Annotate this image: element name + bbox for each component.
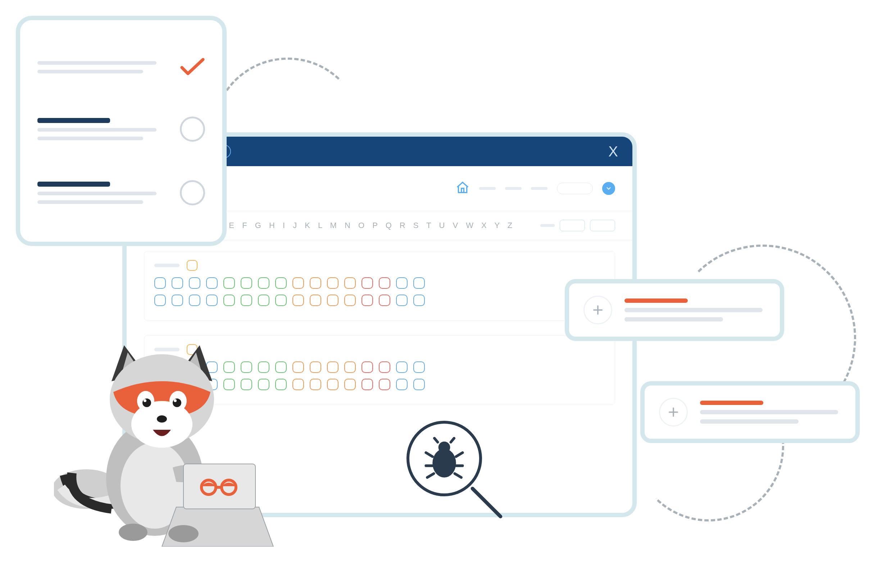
chip[interactable] (258, 277, 269, 289)
close-icon[interactable]: X (608, 144, 618, 160)
group-chip[interactable] (187, 260, 197, 271)
text-stub (38, 200, 143, 204)
chip[interactable] (396, 294, 408, 306)
chip[interactable] (396, 277, 408, 289)
text-stub (700, 400, 763, 405)
chip[interactable] (379, 379, 390, 390)
chip[interactable] (293, 362, 304, 373)
chip[interactable] (344, 362, 356, 373)
chip[interactable] (362, 294, 373, 306)
top-nav (455, 180, 615, 196)
chip[interactable] (275, 277, 287, 289)
filter-button[interactable] (590, 220, 615, 231)
text-stub (38, 182, 110, 187)
checklist-item[interactable] (38, 117, 205, 142)
check-icon (180, 57, 205, 78)
svg-rect-0 (461, 189, 464, 193)
checklist-item[interactable] (38, 57, 205, 78)
checklist-card (16, 16, 227, 246)
chip[interactable] (206, 294, 218, 306)
item-group (144, 251, 615, 321)
chevron-down-icon[interactable] (602, 182, 615, 195)
chip[interactable] (206, 277, 218, 289)
chip[interactable] (310, 379, 321, 390)
chip[interactable] (171, 294, 183, 306)
filter-stub (540, 224, 555, 227)
chip[interactable] (327, 277, 338, 289)
text-stub (625, 308, 763, 312)
svg-point-2 (438, 442, 451, 453)
text-stub (625, 317, 723, 321)
chip-row (154, 277, 605, 289)
chip[interactable] (413, 362, 425, 373)
popup-card (640, 381, 860, 443)
chip[interactable] (189, 294, 200, 306)
chip[interactable] (344, 379, 356, 390)
svg-point-11 (173, 399, 181, 407)
text-stub (700, 410, 838, 414)
chip[interactable] (362, 362, 373, 373)
svg-point-13 (174, 399, 177, 402)
nav-stub[interactable] (531, 187, 548, 190)
chip[interactable] (327, 379, 338, 390)
chip[interactable] (344, 277, 356, 289)
chip[interactable] (224, 277, 235, 289)
chip[interactable] (258, 294, 269, 306)
chip[interactable] (327, 362, 338, 373)
chip[interactable] (189, 277, 200, 289)
text-stub (700, 419, 799, 424)
svg-point-12 (144, 399, 146, 402)
chip[interactable] (154, 294, 166, 306)
chip[interactable] (275, 294, 287, 306)
chip[interactable] (310, 294, 321, 306)
popup-card (565, 279, 784, 341)
chip[interactable] (396, 362, 408, 373)
nav-stub[interactable] (505, 187, 522, 190)
checklist-item[interactable] (38, 180, 205, 206)
chip[interactable] (396, 379, 408, 390)
text-stub (625, 298, 688, 303)
chip[interactable] (413, 277, 425, 289)
plus-icon[interactable] (659, 398, 688, 426)
chip[interactable] (293, 294, 304, 306)
home-icon[interactable] (455, 180, 470, 196)
svg-point-19 (168, 525, 198, 542)
svg-point-14 (157, 416, 167, 423)
text-stub (38, 118, 110, 123)
chip[interactable] (413, 294, 425, 306)
radio-unchecked-icon (180, 180, 205, 206)
chip[interactable] (241, 294, 252, 306)
chip[interactable] (224, 294, 235, 306)
chip[interactable] (344, 294, 356, 306)
chip[interactable] (362, 277, 373, 289)
chip[interactable] (293, 379, 304, 390)
text-stub (38, 128, 156, 132)
bug-magnifier-icon (407, 421, 482, 496)
plus-icon[interactable] (583, 296, 612, 324)
text-stub (38, 61, 156, 65)
text-stub (38, 136, 143, 140)
chip[interactable] (310, 362, 321, 373)
chip[interactable] (379, 294, 390, 306)
svg-point-18 (119, 524, 147, 541)
mascot-raccoon (54, 324, 284, 547)
chip[interactable] (379, 362, 390, 373)
text-stub (38, 192, 156, 195)
nav-pill[interactable] (557, 183, 593, 194)
chip[interactable] (293, 277, 304, 289)
text-stub (38, 70, 143, 74)
group-label-stub (154, 264, 180, 267)
chip[interactable] (327, 294, 338, 306)
chip[interactable] (413, 379, 425, 390)
nav-stub[interactable] (479, 187, 496, 190)
chip[interactable] (362, 379, 373, 390)
chip[interactable] (171, 277, 183, 289)
chip[interactable] (310, 277, 321, 289)
svg-point-10 (143, 399, 151, 407)
chip[interactable] (241, 277, 252, 289)
filter-button[interactable] (560, 220, 585, 231)
chip[interactable] (379, 277, 390, 289)
chip[interactable] (154, 277, 166, 289)
radio-unchecked-icon (180, 117, 205, 142)
chip-row (154, 294, 605, 306)
